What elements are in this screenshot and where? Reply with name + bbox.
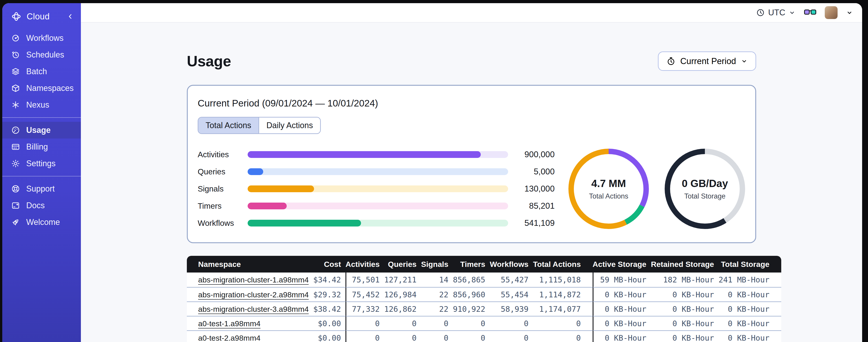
billing-icon	[11, 142, 20, 151]
sidebar-item-workflows[interactable]: Workflows	[2, 30, 81, 46]
bar-value: 130,000	[514, 184, 555, 194]
tab-daily-actions[interactable]: Daily Actions	[258, 117, 320, 133]
sidebar-item-settings[interactable]: Settings	[2, 155, 81, 172]
bar-fill	[248, 168, 263, 175]
user-menu-button[interactable]	[846, 9, 853, 16]
workflows-icon	[11, 33, 20, 43]
bar-value: 541,109	[514, 218, 555, 228]
table-cell: $0.00	[313, 330, 345, 342]
table-cell: $0.00	[313, 316, 345, 330]
namespaces-icon	[11, 83, 20, 93]
table-cell: 126,984	[384, 287, 421, 301]
table-cell: 856,960	[453, 287, 490, 301]
table-cell: 127,211	[384, 273, 421, 287]
namespace-link[interactable]: abs-migration-cluster-2.a98mm4	[198, 290, 309, 299]
table-cell: 14	[421, 273, 453, 287]
bar-value: 85,201	[514, 201, 555, 211]
sidebar-item-billing[interactable]: Billing	[2, 138, 81, 155]
column-header-queries: Queries	[384, 256, 421, 273]
sidebar-item-welcome[interactable]: Welcome	[2, 214, 81, 231]
bar-track	[248, 185, 508, 192]
namespace-cell: abs-migration-cluster-2.a98mm4	[187, 287, 313, 301]
sidebar-item-label: Billing	[26, 142, 48, 151]
settings-icon	[11, 159, 20, 168]
table-cell: 75,501	[345, 273, 384, 287]
support-icon	[11, 184, 20, 194]
bar-fill	[248, 151, 481, 158]
bar-value: 5,000	[514, 167, 555, 176]
sidebar-collapse-button[interactable]	[66, 13, 74, 20]
column-header-total-storage: Total Storage	[719, 256, 781, 273]
glasses-icon[interactable]	[804, 8, 816, 17]
table-row: abs-migration-cluster-3.a98mm4$38.4277,3…	[187, 301, 781, 316]
total-storage-donut: 0 GB/Day Total Storage	[664, 148, 745, 229]
sidebar-divider	[2, 176, 81, 176]
welcome-icon	[11, 217, 20, 227]
table-cell: 0	[345, 330, 384, 342]
bar-fill	[248, 220, 361, 227]
timezone-select[interactable]: UTC	[756, 8, 796, 18]
bar-label: Activities	[198, 150, 242, 159]
table-cell: 241 MB-Hour	[719, 273, 781, 287]
table-cell: 0 KB-Hour	[719, 330, 781, 342]
sidebar-item-docs[interactable]: Docs	[2, 197, 81, 214]
bar-row-activities: Activities900,000	[198, 150, 555, 159]
sidebar-item-usage[interactable]: Usage	[2, 122, 81, 138]
temporal-logo-icon	[11, 11, 22, 22]
actions-bar-chart: Activities900,000Queries5,000Signals130,…	[198, 150, 568, 228]
namespace-link[interactable]: a0-test-2.a98mm4	[198, 334, 260, 342]
namespace-link[interactable]: abs-migration-cluster-3.a98mm4	[198, 305, 309, 313]
table-cell: 1,114,872	[533, 287, 593, 301]
bar-label: Timers	[198, 201, 242, 210]
table-cell: 77,332	[345, 301, 384, 316]
chevron-down-icon	[788, 9, 796, 16]
column-header-activities: Activities	[345, 256, 384, 273]
table-cell: 0	[453, 316, 490, 330]
bar-fill	[248, 203, 287, 209]
bar-label: Queries	[198, 167, 242, 176]
sidebar-item-label: Nexus	[26, 100, 49, 110]
table-cell: 58,939	[490, 301, 533, 316]
sidebar-item-label: Docs	[26, 201, 45, 210]
sidebar-item-batch[interactable]: Batch	[2, 63, 81, 80]
namespace-link[interactable]: abs-migration-cluster-1.a98mm4	[198, 275, 309, 284]
table-cell: 182 MB-Hour	[651, 273, 719, 287]
namespace-cell: a0-test-1.a98mm4	[187, 316, 313, 330]
content: Usage Current Period Current Period (09/	[81, 23, 862, 342]
stopwatch-icon	[666, 57, 676, 66]
period-selector-label: Current Period	[680, 57, 736, 66]
period-selector-button[interactable]: Current Period	[658, 52, 756, 71]
tab-total-actions[interactable]: Total Actions	[198, 117, 258, 133]
table-cell: 0 KB-Hour	[593, 301, 651, 316]
brand-label: Cloud	[27, 12, 50, 22]
sidebar-item-support[interactable]: Support	[2, 180, 81, 197]
table-cell: 0 KB-Hour	[593, 316, 651, 330]
sidebar-item-namespaces[interactable]: Namespaces	[2, 80, 81, 97]
table-cell: 0 KB-Hour	[651, 301, 719, 316]
bar-track	[248, 168, 508, 175]
card-title: Current Period (09/01/2024 — 10/01/2024)	[198, 98, 745, 109]
total-actions-value: 4.7 MM	[591, 177, 626, 190]
actions-tab-group: Total ActionsDaily Actions	[198, 117, 321, 134]
chart-area: Activities900,000Queries5,000Signals130,…	[198, 148, 745, 229]
sidebar: Cloud WorkflowsSchedulesBatchNamespacesN…	[2, 3, 81, 342]
table-cell: 0	[384, 330, 421, 342]
app-window: Cloud WorkflowsSchedulesBatchNamespacesN…	[2, 3, 862, 342]
sidebar-item-schedules[interactable]: Schedules	[2, 46, 81, 63]
column-header-signals: Signals	[421, 256, 453, 273]
column-header-workflows: Workflows	[490, 256, 533, 273]
table-cell: 0	[533, 330, 593, 342]
sidebar-item-label: Settings	[26, 159, 56, 168]
table-cell: 0	[421, 316, 453, 330]
table-cell: $29.32	[313, 287, 345, 301]
bar-row-timers: Timers85,201	[198, 201, 555, 211]
sidebar-item-nexus[interactable]: Nexus	[2, 97, 81, 113]
namespace-usage-table: NamespaceCostActivitiesQueriesSignalsTim…	[187, 256, 781, 342]
table-cell: 0	[453, 330, 490, 342]
user-avatar[interactable]	[825, 6, 838, 19]
timezone-label: UTC	[768, 8, 785, 18]
namespace-link[interactable]: a0-test-1.a98mm4	[198, 319, 260, 328]
sidebar-header: Cloud	[2, 3, 81, 30]
usage-summary-card: Current Period (09/01/2024 — 10/01/2024)…	[187, 85, 756, 243]
page-title: Usage	[187, 53, 231, 70]
